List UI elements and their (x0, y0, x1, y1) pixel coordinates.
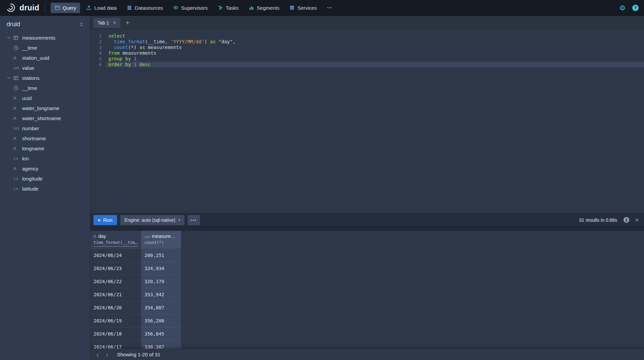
tree-column-water_shortname[interactable]: Awater_shortname (0, 113, 90, 123)
string-type-icon: A (13, 146, 21, 151)
table-cell[interactable]: 2024/06/19 (90, 314, 141, 327)
code-text: count(*) as measurements (106, 45, 644, 50)
editor-line-2[interactable]: 2 time_format(__time, 'YYYY/MM/dd') as "… (90, 39, 644, 45)
gantt-icon (218, 5, 223, 10)
column-header-measurements[interactable]: 123 measurements count(*) (141, 231, 181, 249)
table-cell[interactable]: 2024/06/22 (90, 275, 141, 288)
nav-segments[interactable]: Segments (245, 3, 284, 13)
tree-column-latitude[interactable]: 1.0latitude (0, 184, 90, 194)
line-number: 6 (90, 62, 106, 67)
tree-table-stations[interactable]: stations (0, 73, 90, 83)
table-cell[interactable]: 320,179 (141, 275, 181, 288)
tree-column-value[interactable]: 123value (0, 63, 90, 73)
table-row[interactable]: 2024/06/20354,807 (90, 301, 644, 314)
string-type-icon: A (13, 116, 21, 121)
tab-bar: Tab 1 × + (90, 16, 644, 30)
tree-column-longname[interactable]: Alongname (0, 143, 90, 153)
tree-table-measurements[interactable]: measurements (0, 33, 90, 43)
engine-label: Engine: auto (sql-native) (124, 217, 175, 223)
nav-load-data[interactable]: Load data (82, 3, 121, 13)
nav-datasources[interactable]: Datasources (123, 3, 167, 13)
next-page-icon[interactable]: › (102, 350, 112, 360)
bar-chart-icon (249, 5, 254, 10)
brand[interactable]: druid (5, 3, 40, 13)
server-stack-icon (289, 5, 295, 10)
tree-column-agency[interactable]: Aagency (0, 163, 90, 173)
editor-line-1[interactable]: 1select (90, 33, 644, 39)
druid-console: druid Query Load data Datasources (0, 0, 644, 360)
tree-column-km[interactable]: 1.0km (0, 153, 90, 163)
druid-logo-icon (5, 3, 16, 13)
tree-column-station_uuid[interactable]: Astation_uuid (0, 53, 90, 63)
run-button[interactable]: ▶ Run (94, 215, 117, 225)
tree-column-__time[interactable]: __time (0, 43, 90, 53)
editor-line-3[interactable]: 3 count(*) as measurements (90, 45, 644, 50)
settings-gear-icon[interactable]: ⚙ (619, 4, 626, 11)
column-header-day[interactable]: A day time_format(__time, 'YYYY/MM/dd') (90, 231, 141, 249)
table-cell[interactable]: 324,934 (141, 262, 181, 275)
table-icon (13, 35, 21, 40)
query-more-button[interactable]: ••• (188, 215, 200, 225)
column-expression: time_format(__time, 'YYYY/MM/dd') (94, 240, 138, 247)
table-cell[interactable]: 353,942 (141, 288, 181, 301)
tree-column-water_longname[interactable]: Awater_longname (0, 103, 90, 113)
table-cell[interactable]: 2024/06/24 (90, 249, 141, 262)
nav-services[interactable]: Services (285, 3, 321, 13)
table-cell[interactable]: 2024/06/20 (90, 301, 141, 314)
line-number: 5 (90, 56, 106, 62)
table-row[interactable]: 2024/06/21353,942 (90, 288, 644, 301)
schema-sidebar: druid measurements__timeAstation_uuid123… (0, 16, 90, 360)
table-cell[interactable]: 2024/06/18 (90, 327, 141, 341)
tree-column-__time[interactable]: __time (0, 83, 90, 93)
tab-1[interactable]: Tab 1 × (94, 18, 120, 28)
table-cell[interactable]: 2024/06/21 (90, 288, 141, 301)
tree-column-shortname[interactable]: Ashortname (0, 133, 90, 143)
nav-query[interactable]: Query (51, 3, 80, 13)
nav-tasks[interactable]: Tasks (214, 3, 243, 13)
close-results-icon[interactable]: × (635, 217, 639, 223)
tree-column-number[interactable]: 123number (0, 123, 90, 133)
tree-column-longitude[interactable]: 1.0longitude (0, 173, 90, 184)
editor-line-5[interactable]: 5group by 1 (90, 56, 644, 62)
table-cell[interactable]: 356,845 (141, 327, 181, 341)
table-cell[interactable]: 354,807 (141, 301, 181, 314)
results-rows: 2024/06/24200,2512024/06/23324,9342024/0… (90, 249, 644, 354)
table-row[interactable]: 2024/06/24200,251 (90, 249, 644, 262)
results-scroll-strip[interactable] (90, 226, 644, 231)
chevron-down-icon[interactable] (7, 36, 13, 40)
datasources-icon (127, 5, 132, 10)
nav-label: Datasources (135, 5, 163, 11)
tree-label: __time (22, 45, 37, 51)
download-results-icon[interactable] (623, 217, 630, 223)
navbar-right: ⚙ ? (619, 4, 639, 11)
nav-supervisors[interactable]: Supervisors (169, 3, 212, 13)
string-type-icon: A (13, 96, 21, 101)
editor-line-4[interactable]: 4from measurements (90, 50, 644, 56)
schema-switcher-icon[interactable] (79, 21, 84, 27)
table-cell[interactable]: 356,200 (141, 314, 181, 327)
float-type-icon: 1.0 (13, 177, 21, 181)
column-expression: count(*) (144, 240, 178, 246)
help-icon[interactable]: ? (632, 5, 639, 11)
prev-page-icon[interactable]: ‹ (93, 350, 102, 360)
nav-label: Tasks (226, 5, 239, 11)
table-row[interactable]: 2024/06/22320,179 (90, 275, 644, 288)
tree-label: latitude (22, 186, 38, 192)
table-row[interactable]: 2024/06/19356,200 (90, 314, 644, 327)
table-row[interactable]: 2024/06/23324,934 (90, 262, 644, 275)
tree-label: water_shortname (22, 115, 61, 121)
sql-editor[interactable]: 1select2 time_format(__time, 'YYYY/MM/dd… (90, 30, 644, 213)
close-tab-icon[interactable]: × (113, 20, 116, 25)
tree-label: shortname (22, 136, 46, 141)
table-cell[interactable]: 200,251 (141, 249, 181, 262)
table-row[interactable]: 2024/06/18356,845 (90, 327, 644, 341)
string-type-icon: A (13, 166, 21, 171)
nav-more-button[interactable] (323, 3, 336, 13)
table-cell[interactable]: 2024/06/23 (90, 262, 141, 275)
editor-line-6[interactable]: 6order by 1 desc (90, 62, 644, 67)
chevron-down-icon[interactable] (7, 76, 13, 80)
tree-column-uuid[interactable]: Auuid (0, 93, 90, 103)
add-tab-button[interactable]: + (126, 19, 130, 26)
engine-select[interactable]: Engine: auto (sql-native) ▾ (120, 215, 184, 225)
number-type-icon: 123 (144, 235, 150, 239)
